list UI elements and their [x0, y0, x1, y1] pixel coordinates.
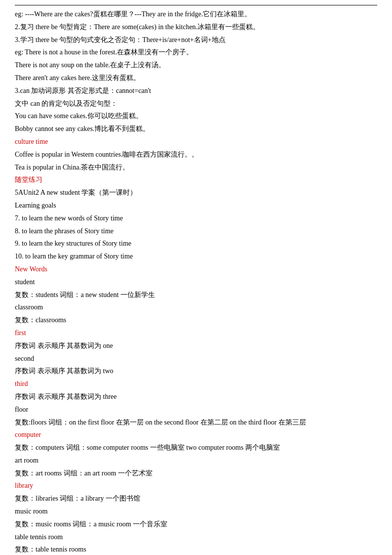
review-section: 2.复习 there be 句型肯定：There are some(cakes)…: [15, 21, 377, 33]
unit-title: 5AUnit2 A new student 学案（第一课时）: [15, 187, 377, 199]
eg-line-3: There aren't any cakes here.这里没有蛋糕。: [15, 72, 377, 84]
learning-goal-2: 8. to learn the phrases of Story time: [15, 225, 377, 237]
learning-goals-title: Learning goals: [15, 200, 377, 212]
word-floor: floor: [15, 404, 377, 416]
culture-line1: Coffee is popular in Western countries.咖…: [15, 149, 377, 161]
word-library-detail: 复数：libraries 词组：a library 一个图书馆: [15, 493, 377, 505]
word-musicroom: music room: [15, 506, 377, 517]
learning-goal-3: 9. to learn the key structures of Story …: [15, 238, 377, 250]
word-floor-detail: 复数:floors 词组：on the first floor 在第一层 on …: [15, 417, 377, 428]
eg-line: eg: ----Where are the cakes?蛋糕在哪里？---The…: [15, 8, 377, 20]
word-artroom: art room: [15, 455, 377, 467]
word-third-detail: 序数词 表示顺序 其基数词为 three: [15, 391, 377, 403]
learning-goal-4: 10. to learn the key grammar of Story ti…: [15, 251, 377, 262]
top-border: [15, 5, 377, 5]
word-computer-detail: 复数：computers 词组：some computer rooms 一些电脑…: [15, 442, 377, 454]
study-section: 3.学习 there be 句型的句式变化之否定句：There+is/are+n…: [15, 34, 377, 46]
sui-tang: 随堂练习: [15, 174, 377, 186]
can-line1: You can have some cakes.你可以吃些蛋糕。: [15, 110, 377, 122]
culture-time-label: culture time: [15, 136, 377, 148]
word-artroom-detail: 复数：art rooms 词组：an art room 一个艺术室: [15, 468, 377, 479]
culture-line2: Tea is popular in China.茶在中国流行。: [15, 162, 377, 173]
can-title: 3.can 加动词原形 其否定形式是：cannot=can't: [15, 85, 377, 97]
word-first: first: [15, 327, 377, 339]
word-tabletennisroom-detail: 复数：table tennis rooms: [15, 544, 377, 555]
word-classroom-detail: 复数：classrooms: [15, 314, 377, 326]
word-first-detail: 序数词 表示顺序 其基数词为 one: [15, 340, 377, 352]
word-second: second: [15, 353, 377, 365]
word-student: student: [15, 276, 377, 288]
learning-goal-1: 7. to learn the new words of Story time: [15, 213, 377, 224]
word-musicroom-detail: 复数：music rooms 词组：a music room 一个音乐室: [15, 518, 377, 530]
new-words-label: New Words: [15, 263, 377, 275]
word-second-detail: 序数词 表示顺序 其基数词为 two: [15, 365, 377, 377]
word-third: third: [15, 378, 377, 390]
eg-line-2: There is not any soup on the table.在桌子上没…: [15, 59, 377, 71]
word-library: library: [15, 480, 377, 492]
can-line2: Bobby cannot see any cakes.博比看不到蛋糕。: [15, 123, 377, 135]
word-student-detail: 复数：students 词组：a new student 一位新学生: [15, 289, 377, 301]
can-sub: 文中 can 的肯定句以及否定句型：: [15, 98, 377, 110]
eg-lines: eg: There is not a house in the forest.在…: [15, 46, 377, 58]
word-computer: computer: [15, 429, 377, 441]
word-classroom: classroom: [15, 301, 377, 313]
word-tabletennisroom: table tennis room: [15, 531, 377, 543]
